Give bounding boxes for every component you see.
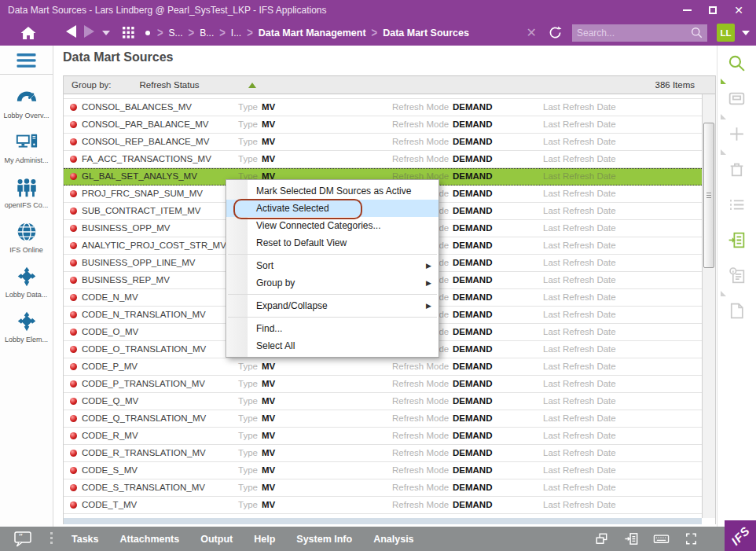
menu-item-label: Find... (256, 323, 439, 334)
refresh-mode-label: Refresh Mode (392, 479, 449, 496)
table-row[interactable]: CONSOL_REP_BALANCE_MV Type MV Refresh Mo… (64, 134, 702, 151)
menu-item-label: Sort (256, 260, 426, 271)
table-row[interactable]: CODE_S_TRANSLATION_MV Type MV Refresh Mo… (64, 479, 702, 497)
table-row[interactable]: CODE_R_TRANSLATION_MV Type MV Refresh Mo… (64, 445, 702, 462)
menu-item-label: Group by (256, 277, 426, 288)
type-label: Type (238, 497, 258, 513)
table-row[interactable]: CODE_Q_MV Type MV Refresh Mode DEMAND La… (64, 393, 702, 410)
refresh-mode-value: DEMAND (453, 497, 492, 513)
breadcrumb-item[interactable]: S... (169, 28, 183, 39)
history-chevron-icon[interactable] (102, 31, 110, 35)
left-rail-item[interactable]: Lobby Overv... (0, 86, 53, 119)
app-grid-icon[interactable] (123, 27, 134, 39)
refresh-mode-label: Refresh Mode (392, 151, 449, 167)
table-row[interactable]: FA_ACC_TRANSACTIONS_MV Type MV Refresh M… (64, 151, 702, 168)
menu-item[interactable]: View Connected Categories... (226, 217, 439, 234)
table-row[interactable]: CONSOL_BALANCES_MV Type MV Refresh Mode … (64, 99, 702, 116)
right-rail-button[interactable] (717, 124, 756, 160)
search-icon[interactable] (691, 27, 703, 39)
scrollbar-thumb[interactable] (703, 123, 714, 268)
row-name: CODE_O_MV (82, 324, 138, 340)
submenu-arrow-icon: ▶ (426, 302, 431, 310)
table-row[interactable]: CODE_R_MV Type MV Refresh Mode DEMAND La… (64, 428, 702, 445)
feedback-bubble-icon[interactable]: ” (13, 530, 35, 549)
horizontal-scrollbar[interactable] (64, 518, 702, 524)
last-refresh-date-label: Last Refresh Date (543, 186, 616, 202)
type-label: Type (238, 358, 258, 375)
right-rail-button[interactable] (717, 266, 756, 301)
refresh-icon[interactable] (548, 25, 563, 40)
home-icon[interactable] (20, 26, 36, 40)
left-rail-item[interactable]: My Administ... (0, 130, 53, 164)
right-rail-button[interactable] (717, 230, 756, 266)
close-page-icon[interactable]: ✕ (527, 25, 537, 40)
right-rail-button[interactable] (717, 53, 756, 89)
right-rail-button[interactable] (717, 89, 756, 124)
bottom-bar-item[interactable]: Attachments (120, 534, 180, 545)
breadcrumb-chevron-icon: > (219, 25, 226, 41)
row-name: CODE_N_MV (82, 289, 138, 306)
breadcrumb-item[interactable]: Data Mart Sources (383, 28, 469, 39)
right-rail-button[interactable] (717, 160, 756, 195)
bottom-bar-item[interactable]: Tasks (72, 534, 99, 545)
minimize-icon[interactable] (683, 9, 692, 11)
last-refresh-date-label: Last Refresh Date (543, 116, 616, 133)
table-row[interactable]: CONSOL_PAR_BALANCE_MV Type MV Refresh Mo… (64, 116, 702, 134)
table-row[interactable]: CODE_T_MV Type MV Refresh Mode DEMAND La… (64, 497, 702, 514)
left-rail-item[interactable]: openIFS Co... (0, 175, 53, 209)
breadcrumb-item[interactable]: B... (200, 28, 214, 39)
group-by-value[interactable]: Refresh Status (140, 80, 200, 90)
left-rail-item[interactable]: IFS Online (0, 220, 53, 254)
table-row[interactable]: CODE_S_MV Type MV Refresh Mode DEMAND La… (64, 462, 702, 479)
left-rail-item[interactable]: Lobby Elem... (0, 310, 53, 343)
menu-item[interactable]: Sort▶ (226, 257, 439, 274)
type-value: MV (262, 428, 275, 444)
menu-item[interactable]: Group by▶ (226, 274, 439, 292)
sort-ascending-icon[interactable] (248, 83, 256, 88)
status-icon (70, 156, 77, 163)
close-icon[interactable]: ✕ (734, 5, 743, 16)
keyboard-icon[interactable] (653, 531, 670, 547)
right-rail-button[interactable] (717, 195, 756, 230)
breadcrumb-item[interactable]: Data Mart Management (259, 28, 366, 39)
refresh-mode-value: DEMAND (453, 134, 492, 150)
back-icon[interactable] (66, 25, 76, 41)
bottom-bar-item[interactable]: Analysis (373, 534, 413, 545)
menu-item[interactable]: Find... (226, 320, 439, 337)
group-by-bar[interactable]: Group by: Refresh Status 386 Items (64, 76, 715, 94)
table-row[interactable]: CODE_P_MV Type MV Refresh Mode DEMAND La… (64, 358, 702, 376)
bottom-bar-item[interactable]: Output (200, 534, 233, 545)
maximize-icon[interactable] (709, 6, 717, 14)
breadcrumb-item[interactable]: I... (231, 28, 241, 39)
refresh-mode-value: DEMAND (453, 99, 492, 116)
fullscreen-icon[interactable] (683, 531, 699, 547)
menu-item[interactable]: Mark Selected DM Sources as Active (226, 182, 439, 200)
left-rail-item[interactable]: Lobby Data... (0, 265, 53, 299)
forward-icon[interactable] (84, 25, 94, 41)
row-name: CODE_R_TRANSLATION_MV (82, 445, 206, 461)
refresh-mode-label: Refresh Mode (392, 376, 449, 392)
windows-icon[interactable] (593, 531, 610, 547)
corner-marker-icon (721, 291, 726, 296)
table-row[interactable]: CODE_P_TRANSLATION_MV Type MV Refresh Mo… (64, 376, 702, 393)
panel-arrow-icon[interactable] (623, 531, 640, 547)
menu-item[interactable]: Expand/Collapse▶ (226, 297, 439, 314)
row-name: GL_BAL_SET_ANALYS_MV (82, 168, 197, 185)
table-row[interactable]: CODE_Q_TRANSLATION_MV Type MV Refresh Mo… (64, 410, 702, 428)
user-menu-chevron-icon[interactable] (742, 31, 750, 35)
menu-hamburger-icon[interactable] (17, 53, 36, 68)
refresh-mode-label: Refresh Mode (392, 99, 449, 116)
right-rail-button[interactable] (717, 301, 756, 336)
bottom-bar-item[interactable]: Help (254, 534, 275, 545)
search-input[interactable] (577, 28, 691, 39)
menu-item[interactable]: Select All (226, 337, 439, 354)
last-refresh-date-label: Last Refresh Date (543, 307, 616, 323)
menu-item[interactable]: Activate Selected (226, 200, 439, 217)
refresh-mode-value: DEMAND (453, 116, 492, 133)
vertical-scrollbar[interactable] (702, 76, 715, 518)
last-refresh-date-label: Last Refresh Date (543, 462, 616, 479)
menu-item[interactable]: Reset to Default View (226, 234, 439, 252)
avatar[interactable]: LL (717, 24, 735, 42)
bottom-bar-item[interactable]: System Info (296, 534, 352, 545)
type-label: Type (238, 393, 258, 410)
